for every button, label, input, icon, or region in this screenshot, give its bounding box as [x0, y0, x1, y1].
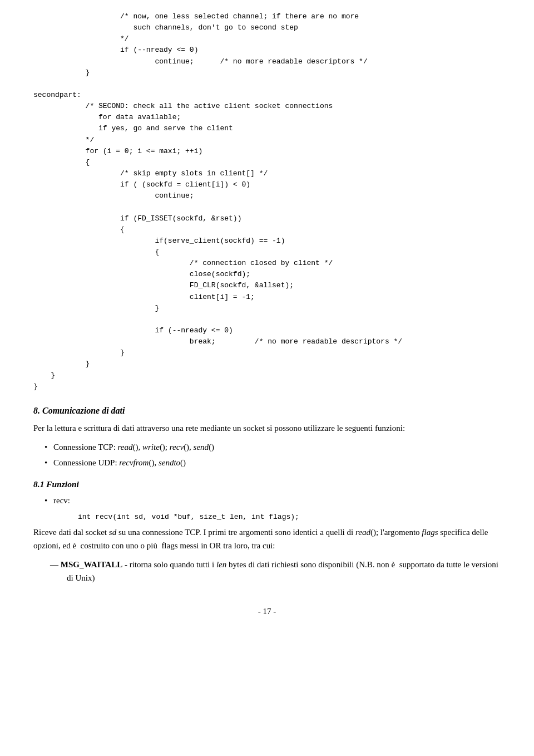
recv-desc-combined: Riceve dati dal socket sd su una conness…: [33, 526, 501, 552]
code-section: /* now, one less selected channel; if th…: [33, 11, 501, 392]
page-footer: - 17 -: [33, 607, 501, 616]
code-block-main: /* now, one less selected channel; if th…: [33, 11, 501, 392]
recv-signature: int recv(int sd, void *buf, size_t len, …: [78, 513, 501, 521]
section-8-intro: Per la lettura e scrittura di dati attra…: [33, 421, 501, 435]
section-8-bullet-list: Connessione TCP: read(), write(); recv()…: [44, 440, 501, 469]
recv-label: recv:: [53, 496, 70, 505]
recv-desc1: Riceve dati dal socket sd su una conness…: [33, 528, 201, 537]
function-list: recv:: [44, 494, 501, 507]
list-item-udp: Connessione UDP: recvfrom(), sendto(): [44, 456, 501, 469]
section-8-heading: 8. Comunicazione di dati: [33, 406, 501, 416]
msg-waitall-item: — MSG_WAITALL - ritorna solo quando tutt…: [50, 558, 501, 585]
recv-item: recv:: [44, 494, 501, 507]
section-81-heading: 8.1 Funzioni: [33, 479, 501, 489]
list-item-tcp: Connessione TCP: read(), write(); recv()…: [44, 440, 501, 454]
page-number: - 17 -: [258, 607, 276, 616]
section-8: 8. Comunicazione di dati Per la lettura …: [33, 406, 501, 469]
section-81: 8.1 Funzioni recv: int recv(int sd, void…: [33, 479, 501, 585]
